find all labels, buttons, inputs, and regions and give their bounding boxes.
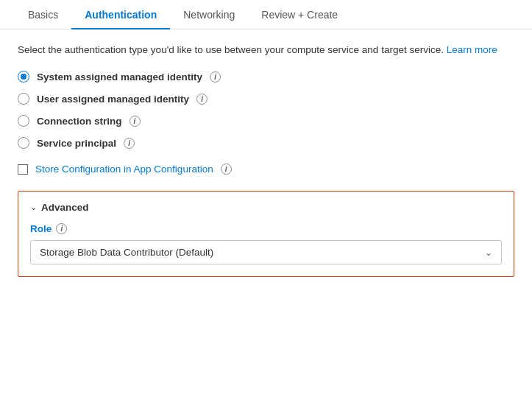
radio-connection-string[interactable] <box>18 115 29 127</box>
radio-user-assigned[interactable] <box>18 93 29 105</box>
checkbox-row[interactable]: Store Configuration in App Configuration… <box>18 164 514 175</box>
nav-tabs: Basics Authentication Networking Review … <box>0 0 532 29</box>
role-label-row: Role i <box>30 223 502 234</box>
info-icon-user-assigned[interactable]: i <box>196 94 208 105</box>
advanced-title: Advanced <box>41 202 89 213</box>
radio-system-assigned[interactable] <box>18 71 29 83</box>
advanced-section: ⌄ Advanced Role i Storage Blob Data Cont… <box>18 191 514 277</box>
radio-service-principal[interactable] <box>18 137 29 149</box>
auth-options-group: System assigned managed identity i User … <box>18 71 514 149</box>
store-config-label: Store Configuration in App Configuration <box>35 164 213 175</box>
option-connection-string-label: Connection string <box>37 116 122 127</box>
info-icon-store-config[interactable]: i <box>221 164 232 175</box>
option-user-assigned[interactable]: User assigned managed identity i <box>18 93 514 105</box>
description-text: Select the authentication type you'd lik… <box>18 44 444 55</box>
info-icon-system-assigned[interactable]: i <box>210 71 221 83</box>
info-icon-connection-string[interactable]: i <box>130 116 141 127</box>
main-content: Select the authentication type you'd lik… <box>0 29 532 290</box>
tab-authentication[interactable]: Authentication <box>71 0 170 29</box>
learn-more-link[interactable]: Learn more <box>447 44 497 55</box>
option-system-assigned-label: System assigned managed identity <box>37 71 202 83</box>
info-icon-role[interactable]: i <box>56 223 67 234</box>
role-dropdown-value: Storage Blob Data Contributor (Default) <box>40 247 213 258</box>
role-label: Role <box>30 223 52 234</box>
option-connection-string[interactable]: Connection string i <box>18 115 514 127</box>
description: Select the authentication type you'd lik… <box>18 43 514 57</box>
option-service-principal-label: Service principal <box>37 138 116 149</box>
option-system-assigned[interactable]: System assigned managed identity i <box>18 71 514 83</box>
advanced-header[interactable]: ⌄ Advanced <box>30 202 502 213</box>
tab-review-create[interactable]: Review + Create <box>248 0 351 29</box>
chevron-advanced-icon: ⌄ <box>30 203 37 212</box>
option-service-principal[interactable]: Service principal i <box>18 137 514 149</box>
store-config-checkbox[interactable] <box>18 164 28 175</box>
tab-networking[interactable]: Networking <box>170 0 248 29</box>
tab-basics[interactable]: Basics <box>15 0 71 29</box>
role-dropdown[interactable]: Storage Blob Data Contributor (Default) … <box>30 240 502 264</box>
dropdown-chevron-icon: ⌄ <box>485 248 492 258</box>
option-user-assigned-label: User assigned managed identity <box>37 94 189 105</box>
info-icon-service-principal[interactable]: i <box>124 138 135 149</box>
